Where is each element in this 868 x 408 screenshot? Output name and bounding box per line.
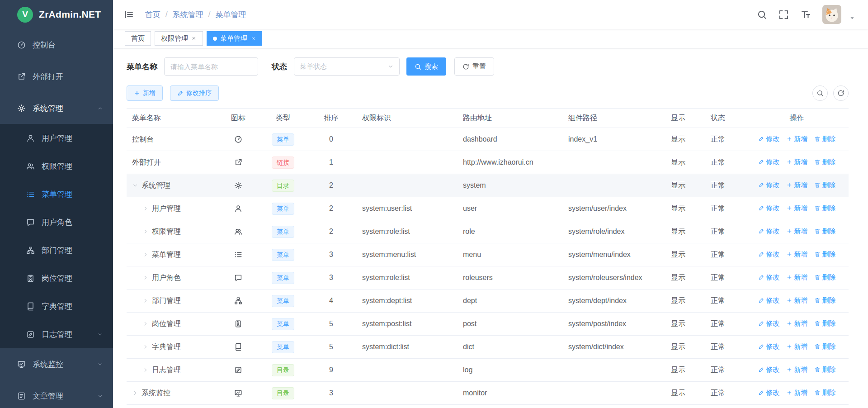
menu-name: 日志管理 bbox=[152, 365, 181, 375]
add-link[interactable]: 新增 bbox=[786, 135, 808, 143]
navbar-actions bbox=[757, 5, 855, 24]
edit-link[interactable]: 修改 bbox=[758, 181, 780, 190]
search-icon[interactable] bbox=[757, 9, 767, 20]
delete-link[interactable]: 删除 bbox=[814, 204, 836, 213]
sidebar-item[interactable]: 菜单管理 bbox=[0, 180, 113, 208]
sidebar-item[interactable]: 岗位管理 bbox=[0, 264, 113, 292]
sidebar-item[interactable]: 字典管理 bbox=[0, 292, 113, 320]
user-avatar[interactable] bbox=[822, 5, 841, 24]
edit-link[interactable]: 修改 bbox=[758, 227, 780, 236]
delete-link[interactable]: 删除 bbox=[814, 319, 836, 328]
plus-icon bbox=[786, 182, 793, 188]
menu-name-input[interactable] bbox=[164, 57, 258, 76]
delete-link[interactable]: 删除 bbox=[814, 181, 836, 190]
tree-expand-icon[interactable] bbox=[142, 251, 149, 258]
tree-expand-icon[interactable] bbox=[142, 298, 149, 304]
add-link[interactable]: 新增 bbox=[786, 204, 808, 213]
sidebar-item[interactable]: 用户管理 bbox=[0, 124, 113, 152]
table-row[interactable]: 系统管理目录2system显示正常修改新增删除 bbox=[127, 174, 849, 197]
font-size-icon[interactable] bbox=[800, 9, 811, 20]
delete-link[interactable]: 删除 bbox=[814, 250, 836, 259]
refresh-button[interactable] bbox=[833, 85, 849, 101]
delete-link[interactable]: 删除 bbox=[814, 389, 836, 397]
edit-link[interactable]: 修改 bbox=[758, 365, 780, 374]
delete-link[interactable]: 删除 bbox=[814, 342, 836, 351]
add-link[interactable]: 新增 bbox=[786, 273, 808, 282]
tree-expand-icon[interactable] bbox=[142, 205, 149, 212]
view-tab[interactable]: 首页 bbox=[125, 31, 151, 46]
add-link[interactable]: 新增 bbox=[786, 342, 808, 351]
edit-link[interactable]: 修改 bbox=[758, 319, 780, 328]
close-icon[interactable] bbox=[191, 36, 197, 41]
sidebar-item[interactable]: 文章管理 bbox=[0, 380, 113, 408]
edit-link[interactable]: 修改 bbox=[758, 342, 780, 351]
show-search-button[interactable] bbox=[812, 85, 828, 101]
tree-expand-icon[interactable] bbox=[142, 344, 149, 350]
table-row[interactable]: 岗位管理菜单5system:post:listpostsystem/post/i… bbox=[127, 313, 849, 336]
table-row[interactable]: 控制台菜单0dashboardindex_v1显示正常修改新增删除 bbox=[127, 128, 849, 151]
add-link[interactable]: 新增 bbox=[786, 158, 808, 166]
edit-pen-icon bbox=[758, 297, 764, 304]
search-button[interactable]: 搜索 bbox=[406, 57, 446, 76]
chevron-down-icon[interactable] bbox=[849, 15, 855, 21]
add-link[interactable]: 新增 bbox=[786, 296, 808, 305]
tree-expand-icon[interactable] bbox=[142, 228, 149, 235]
table-row[interactable]: 系统监控目录3monitor显示正常修改新增删除 bbox=[127, 382, 849, 405]
close-icon[interactable] bbox=[250, 36, 256, 41]
fullscreen-icon[interactable] bbox=[778, 9, 789, 20]
add-link[interactable]: 新增 bbox=[786, 227, 808, 236]
sidebar-item[interactable]: 外部打开 bbox=[0, 61, 113, 92]
breadcrumb-item[interactable]: 系统管理 bbox=[173, 9, 203, 20]
table-row[interactable]: 外部打开链接1http://www.izhaorui.cn显示正常修改新增删除 bbox=[127, 151, 849, 174]
table-row[interactable]: 用户管理菜单2system:user:listusersystem/user/i… bbox=[127, 197, 849, 220]
tree-expand-icon[interactable] bbox=[142, 367, 149, 373]
sidebar-item[interactable]: 用户角色 bbox=[0, 208, 113, 236]
edit-link[interactable]: 修改 bbox=[758, 250, 780, 259]
refresh-icon bbox=[462, 63, 469, 70]
add-button[interactable]: 新增 bbox=[127, 85, 163, 101]
delete-link[interactable]: 删除 bbox=[814, 135, 836, 143]
reset-button[interactable]: 重置 bbox=[454, 57, 494, 76]
add-link[interactable]: 新增 bbox=[786, 319, 808, 328]
table-row[interactable]: 菜单管理菜单3system:menu:listmenusystem/menu/i… bbox=[127, 243, 849, 266]
tree-expand-icon[interactable] bbox=[142, 321, 149, 327]
breadcrumb-item[interactable]: 菜单管理 bbox=[215, 9, 246, 20]
col-header-icon: 图标 bbox=[216, 109, 260, 128]
delete-link[interactable]: 删除 bbox=[814, 273, 836, 282]
sidebar-item[interactable]: 权限管理 bbox=[0, 152, 113, 180]
table-row[interactable]: 字典管理菜单5system:dict:listdictsystem/dict/i… bbox=[127, 336, 849, 359]
add-link[interactable]: 新增 bbox=[786, 365, 808, 374]
edit-link[interactable]: 修改 bbox=[758, 135, 780, 143]
edit-link[interactable]: 修改 bbox=[758, 273, 780, 282]
edit-link[interactable]: 修改 bbox=[758, 389, 780, 397]
edit-link[interactable]: 修改 bbox=[758, 158, 780, 166]
edit-sort-button[interactable]: 修改排序 bbox=[170, 85, 219, 101]
hamburger-icon[interactable] bbox=[123, 9, 134, 20]
sidebar-item[interactable]: 系统管理 bbox=[0, 92, 113, 124]
delete-link[interactable]: 删除 bbox=[814, 158, 836, 166]
tree-expand-icon[interactable] bbox=[142, 275, 149, 281]
sidebar-item[interactable]: 部门管理 bbox=[0, 236, 113, 264]
edit-link[interactable]: 修改 bbox=[758, 204, 780, 213]
view-tab[interactable]: 权限管理 bbox=[155, 31, 203, 46]
view-tab[interactable]: 菜单管理 bbox=[207, 31, 262, 46]
table-row[interactable]: 部门管理菜单4system:dept:listdeptsystem/dept/i… bbox=[127, 289, 849, 313]
tree-collapse-icon[interactable] bbox=[132, 182, 138, 189]
sidebar-item[interactable]: 控制台 bbox=[0, 29, 113, 61]
sidebar-item[interactable]: 日志管理 bbox=[0, 320, 113, 348]
delete-link[interactable]: 删除 bbox=[814, 365, 836, 374]
table-row[interactable]: 日志管理目录9log显示正常修改新增删除 bbox=[127, 359, 849, 382]
sidebar-item[interactable]: 系统监控 bbox=[0, 348, 113, 380]
plus-icon bbox=[786, 251, 793, 257]
add-link[interactable]: 新增 bbox=[786, 389, 808, 397]
table-row[interactable]: 用户角色菜单3system:role:listroleuserssystem/r… bbox=[127, 266, 849, 289]
edit-link[interactable]: 修改 bbox=[758, 296, 780, 305]
breadcrumb-item[interactable]: 首页 bbox=[145, 9, 160, 20]
delete-link[interactable]: 删除 bbox=[814, 296, 836, 305]
delete-link[interactable]: 删除 bbox=[814, 227, 836, 236]
tree-expand-icon[interactable] bbox=[132, 390, 138, 396]
add-link[interactable]: 新增 bbox=[786, 181, 808, 190]
table-row[interactable]: 权限管理菜单2system:role:listrolesystem/role/i… bbox=[127, 220, 849, 243]
status-select[interactable]: 菜单状态 bbox=[294, 57, 400, 76]
add-link[interactable]: 新增 bbox=[786, 250, 808, 259]
